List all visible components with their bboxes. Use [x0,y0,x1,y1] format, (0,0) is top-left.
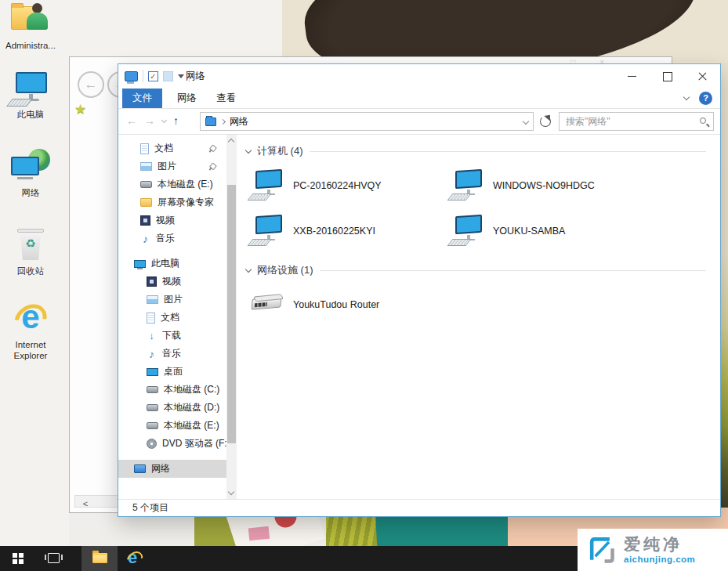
sidebar-item-pictures-qa[interactable]: 图片 [118,157,226,175]
sidebar-item-dvd-drive[interactable]: DVD 驱动器 (F:) [118,435,226,453]
task-view-button[interactable] [36,546,72,571]
sidebar-item-desktop[interactable]: 桌面 [118,363,226,381]
ie-icon: e [9,301,52,337]
sidebar-item-documents-qa[interactable]: 文档 [118,139,226,157]
taskbar-file-explorer-button[interactable] [81,546,118,571]
scrollbar-thumb[interactable] [227,185,236,443]
computer-item[interactable]: WINDOWS-NO9HDGC [449,166,649,205]
scroll-up-icon[interactable] [228,139,234,145]
taskbar-internet-explorer-button[interactable]: e [118,546,154,571]
help-icon[interactable]: ? [699,92,712,105]
router-item[interactable]: YoukuTudou Router [249,285,449,324]
tab-view[interactable]: 查看 [206,89,246,108]
desktop-icon-internet-explorer[interactable]: e Internet Explorer [2,301,60,362]
nav-forward-icon[interactable]: → [144,114,155,127]
search-input[interactable] [560,113,693,130]
close-button[interactable] [685,64,720,88]
network-icon [134,464,146,473]
minimize-button[interactable] [614,64,650,88]
pin-icon [207,143,217,154]
start-button[interactable] [0,546,36,571]
search-icon[interactable] [700,117,706,124]
sidebar-item-videos-qa[interactable]: 视频 [118,211,226,229]
computer-icon [249,215,285,248]
qat-customize-icon[interactable] [178,74,184,78]
maximize-button[interactable] [650,64,685,88]
sidebar-item-documents[interactable]: 文档 [118,309,226,327]
favorites-star-icon[interactable]: ★ [74,101,86,117]
sidebar-item-videos[interactable]: 视频 [118,273,226,291]
watermark-url: aichunjing.com [624,555,695,564]
horizontal-scrollbar[interactable]: < [74,495,118,508]
sidebar-item-downloads[interactable]: ↓ 下载 [118,327,226,345]
refresh-icon[interactable] [540,116,551,127]
sidebar-item-music[interactable]: ♪ 音乐 [118,345,226,363]
nav-back-icon[interactable]: ← [126,114,137,127]
dvd-icon [147,439,157,449]
desktop-icon [147,368,158,376]
watermark-logo-icon [585,534,617,566]
properties-icon[interactable]: ✓ [148,71,158,81]
computer-item[interactable]: PC-20160224HVQY [249,166,449,205]
collapse-group-icon[interactable] [245,146,252,153]
desktop-icon-this-pc[interactable]: 此电脑 [2,70,60,120]
sidebar-item-pictures[interactable]: 图片 [118,291,226,309]
disk-icon [147,422,158,429]
computer-icon [449,215,485,248]
music-icon: ♪ [140,233,150,244]
document-icon [140,143,149,154]
desktop-icon-recycle-bin[interactable]: ♻ 回收站 [2,227,60,276]
scroll-left-arrow[interactable]: < [75,498,96,509]
desktop-icon-label: 回收站 [2,266,60,276]
sidebar-item-network[interactable]: 网络 [118,460,226,478]
computer-icon [134,260,146,268]
address-dropdown-icon[interactable] [523,118,529,125]
group-header-computers[interactable]: 计算机 (4) [246,144,706,158]
task-view-icon [48,553,60,563]
collapse-group-icon[interactable] [245,266,252,272]
tab-file[interactable]: 文件 [122,89,162,108]
desktop-icon-label: 网络 [2,187,60,198]
recycle-bin-icon: ♻ [9,227,52,263]
window-title: 网络 [186,70,205,83]
back-button[interactable]: ← [78,71,104,98]
sidebar-item-music-qa[interactable]: ♪ 音乐 [118,229,226,248]
computer-icon [249,169,285,202]
sidebar-item-local-disk-c[interactable]: 本地磁盘 (C:) [118,381,226,399]
address-bar[interactable]: 网络 [200,112,534,131]
pictures-icon [140,162,152,171]
search-box[interactable] [559,112,714,131]
title-bar[interactable]: ✓ 网络 [118,64,720,89]
wallpaper-photo-top [282,0,728,63]
sidebar-item-local-disk-e-qa[interactable]: 本地磁盘 (E:) [118,175,226,193]
quick-access-toolbar: ✓ [125,68,190,84]
sidebar-item-this-pc[interactable]: 此电脑 [118,255,226,273]
navigation-pane: 文档 图片 本地磁盘 (E:) 屏幕录像专家 [118,135,226,499]
sidebar-scrollbar[interactable] [226,135,237,499]
sidebar-item-local-disk-d[interactable]: 本地磁盘 (D:) [118,399,226,417]
computer-item[interactable]: XXB-20160225KYI [249,211,449,251]
scroll-down-icon[interactable] [228,489,234,495]
computer-item[interactable]: YOUKU-SAMBA [449,211,649,251]
pictures-icon [147,295,158,304]
new-folder-icon[interactable] [163,71,173,81]
recent-locations-icon[interactable] [161,117,167,122]
folder-icon [140,198,152,207]
ribbon-collapse-icon[interactable] [683,94,690,100]
video-icon [147,276,157,287]
desktop-icon-administrator[interactable]: Administra... [2,2,60,51]
status-bar: 5 个项目 [118,499,720,516]
tab-network[interactable]: 网络 [167,89,207,108]
sidebar-item-screen-recorder[interactable]: 屏幕录像专家 [118,193,226,211]
location-folder-icon [205,117,216,126]
breadcrumb[interactable]: 网络 [230,115,248,128]
network-folder-icon [125,71,138,81]
watermark-title: 爱纯净 [624,536,695,553]
watermark: 爱纯净 aichunjing.com [578,529,728,571]
sidebar-item-local-disk-e[interactable]: 本地磁盘 (E:) [118,417,226,435]
group-header-network-infrastructure[interactable]: 网络设施 (1) [246,263,706,277]
desktop-icon-network[interactable]: 网络 [2,149,60,198]
computer-icon [9,70,52,107]
nav-up-icon[interactable]: ↑ [173,114,179,127]
router-icon [249,291,285,318]
